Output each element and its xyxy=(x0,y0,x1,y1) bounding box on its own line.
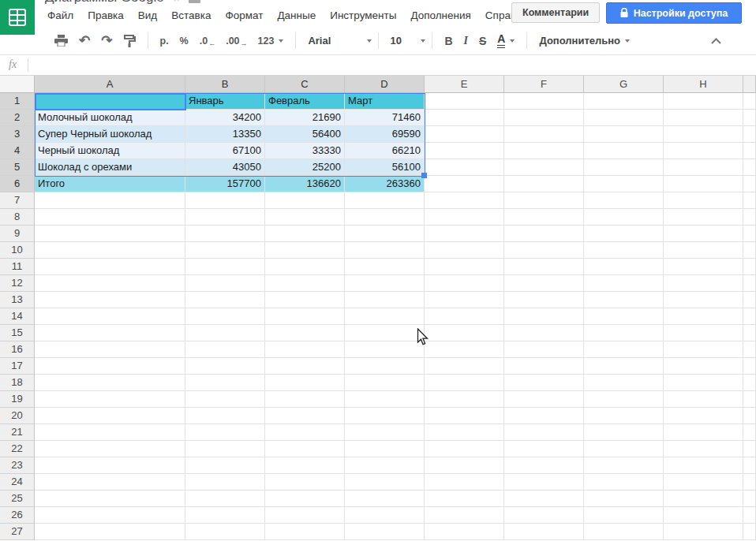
cell[interactable] xyxy=(504,507,584,524)
comments-button[interactable]: Комментарии xyxy=(511,2,600,23)
cell[interactable] xyxy=(35,408,185,424)
row-header[interactable]: 15 xyxy=(0,325,35,341)
italic-button[interactable]: I xyxy=(464,35,468,47)
cell[interactable] xyxy=(425,226,504,242)
cell[interactable] xyxy=(425,358,504,375)
row-header[interactable]: 2 xyxy=(0,110,35,126)
cell[interactable] xyxy=(504,424,584,441)
cell[interactable]: 13350 xyxy=(185,126,265,143)
cell[interactable] xyxy=(743,375,756,391)
undo-button[interactable]: ↶ xyxy=(79,34,90,47)
percent-format-button[interactable]: % xyxy=(180,35,189,47)
cell[interactable] xyxy=(664,524,743,540)
cell[interactable] xyxy=(185,474,265,491)
column-header[interactable] xyxy=(743,76,756,93)
cell[interactable] xyxy=(504,242,584,259)
cell[interactable] xyxy=(743,110,756,126)
cell[interactable] xyxy=(664,441,743,457)
cell[interactable] xyxy=(345,226,425,242)
cell[interactable] xyxy=(584,457,664,474)
number-format-menu[interactable]: 123 xyxy=(258,35,284,47)
cell[interactable] xyxy=(743,226,756,242)
cell[interactable] xyxy=(425,292,504,308)
cell[interactable] xyxy=(664,110,743,126)
cell[interactable] xyxy=(504,408,584,424)
document-title[interactable]: Диаграммы Google ☆ xyxy=(45,0,234,7)
cell[interactable] xyxy=(35,226,185,242)
cell[interactable] xyxy=(425,507,504,524)
increase-decimals-button[interactable]: .00→ xyxy=(226,35,246,47)
cell[interactable] xyxy=(265,192,345,209)
cell[interactable] xyxy=(425,159,504,176)
cell[interactable]: Шоколад с орехами xyxy=(35,159,185,176)
cell[interactable] xyxy=(504,457,584,474)
row-header[interactable]: 8 xyxy=(0,209,35,226)
more-toolbar-menu[interactable]: Дополнительно xyxy=(539,35,630,47)
cell[interactable] xyxy=(265,358,345,375)
cell[interactable] xyxy=(743,507,756,524)
cell[interactable] xyxy=(265,391,345,408)
cell[interactable] xyxy=(185,391,265,408)
cell[interactable] xyxy=(504,308,584,325)
cell[interactable] xyxy=(664,242,743,259)
cell[interactable] xyxy=(504,192,584,209)
cell[interactable] xyxy=(265,441,345,457)
cell[interactable] xyxy=(584,507,664,524)
cell[interactable] xyxy=(664,275,743,292)
cell[interactable] xyxy=(743,491,756,507)
cell[interactable]: 157700 xyxy=(185,176,265,192)
cell[interactable] xyxy=(35,474,185,491)
cell[interactable] xyxy=(664,491,743,507)
cell[interactable] xyxy=(265,491,345,507)
cell[interactable] xyxy=(425,491,504,507)
cell[interactable] xyxy=(345,524,425,540)
cell[interactable] xyxy=(504,143,584,159)
cell[interactable] xyxy=(345,242,425,259)
folder-icon[interactable] xyxy=(189,0,200,3)
cell[interactable] xyxy=(504,524,584,540)
cell[interactable] xyxy=(265,308,345,325)
cell[interactable] xyxy=(425,93,504,110)
cell[interactable]: 136620 xyxy=(265,176,345,192)
cell[interactable] xyxy=(345,308,425,325)
cell[interactable] xyxy=(664,424,743,441)
cell[interactable] xyxy=(425,341,504,358)
cell[interactable] xyxy=(35,325,185,341)
cell[interactable] xyxy=(743,275,756,292)
cell[interactable] xyxy=(265,242,345,259)
cell[interactable] xyxy=(425,474,504,491)
font-size-select[interactable]: 10 xyxy=(390,35,410,47)
menu-item[interactable]: Данные xyxy=(275,9,317,26)
cell[interactable] xyxy=(185,507,265,524)
cell[interactable] xyxy=(584,143,664,159)
cell[interactable] xyxy=(584,242,664,259)
cell[interactable] xyxy=(743,441,756,457)
cell[interactable] xyxy=(743,143,756,159)
cell[interactable]: 263360 xyxy=(345,176,425,192)
cell[interactable] xyxy=(35,192,185,209)
cell[interactable] xyxy=(584,176,664,192)
paint-format-button[interactable] xyxy=(124,35,136,47)
share-button[interactable]: Настройки доступа xyxy=(606,2,742,24)
cell[interactable] xyxy=(35,259,185,275)
cell[interactable] xyxy=(185,209,265,226)
cell[interactable] xyxy=(504,441,584,457)
cell[interactable] xyxy=(345,375,425,391)
cell[interactable]: Январь xyxy=(185,93,265,110)
cell[interactable] xyxy=(664,226,743,242)
cell[interactable] xyxy=(185,242,265,259)
currency-format-button[interactable]: р. xyxy=(160,35,169,47)
cell[interactable] xyxy=(35,491,185,507)
cell[interactable] xyxy=(584,192,664,209)
cell[interactable] xyxy=(584,275,664,292)
row-header[interactable]: 25 xyxy=(0,491,35,507)
cell[interactable] xyxy=(185,308,265,325)
column-header[interactable]: F xyxy=(504,76,584,93)
row-header[interactable]: 13 xyxy=(0,292,35,308)
cell[interactable]: 69590 xyxy=(345,126,425,143)
cell[interactable] xyxy=(504,226,584,242)
cell[interactable] xyxy=(265,408,345,424)
cell[interactable] xyxy=(35,507,185,524)
cell[interactable] xyxy=(35,391,185,408)
cell[interactable] xyxy=(584,308,664,325)
